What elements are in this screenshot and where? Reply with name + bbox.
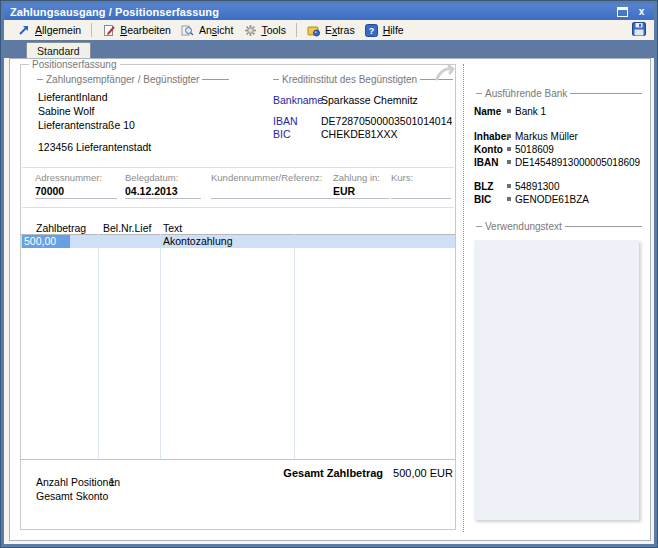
bank-konto-label: Konto — [474, 144, 507, 155]
menu-item-extras[interactable]: Extras — [302, 22, 360, 39]
column-header-text[interactable]: Text — [163, 222, 182, 234]
save-icon — [632, 22, 646, 38]
gesamt-zahlbetrag-label: Gesamt Zahlbetrag — [283, 467, 383, 479]
title-bar: Zahlungsausgang / Positionserfassung x — [4, 4, 654, 20]
tab-standard[interactable]: Standard — [26, 42, 91, 58]
bankname-row: Bankname Sparkasse Chemnitz — [273, 94, 418, 106]
bank-inhaber-row: Inhaber Markus Müller — [474, 130, 578, 142]
executing-bank-group-title: Ausführende Bank — [482, 88, 570, 99]
payee-line: LieferantInland — [38, 91, 151, 105]
bullet-icon — [507, 184, 511, 188]
menu-item-tools[interactable]: Tools — [238, 22, 291, 39]
menu-item-hilfe[interactable]: ? Hilfe — [360, 22, 409, 39]
payee-line: Sabine Wolf — [38, 105, 151, 119]
menu-item-allgemein[interactable]: Allgemein — [12, 22, 86, 39]
column-header-bel-nr-lief[interactable]: Bel.Nr.Lief — [103, 222, 151, 234]
bank-name-row: Name Bank 1 — [474, 105, 546, 117]
gesamt-skonto-label: Gesamt Skonto — [36, 490, 108, 502]
adressnummer-field[interactable]: Adressnummer: 70000 — [35, 172, 117, 199]
menu-item-label: Hilfe — [383, 24, 404, 36]
positions-table: Zahlbetrag Bel.Nr.Lief Text 500,00 Akont… — [21, 221, 455, 461]
bank-bic-label: BIC — [474, 194, 507, 205]
belegdatum-value: 04.12.2013 — [125, 185, 201, 197]
close-icon[interactable]: x — [635, 6, 648, 18]
tab-strip: Standard — [4, 40, 654, 58]
menu-item-label: Extras — [325, 24, 355, 36]
bank-konto-value: 5018609 — [515, 144, 554, 155]
menu-item-label: Tools — [261, 24, 286, 36]
bank-iban-label: IBAN — [474, 157, 507, 168]
content-panel: Positionserfassung Zahlungsempfänger / B… — [9, 58, 651, 541]
bullet-icon — [507, 197, 511, 201]
bic-value: CHEKDE81XXX — [321, 128, 397, 140]
bullet-icon — [507, 109, 511, 113]
menu-separator — [296, 23, 297, 37]
bank-inhaber-value: Markus Müller — [515, 131, 578, 142]
panel-splitter[interactable] — [463, 64, 464, 532]
table-row-selected[interactable]: 500,00 Akontozahlung — [21, 235, 455, 248]
text-cell[interactable]: Akontozahlung — [163, 235, 232, 248]
allgemein-arrow-icon — [17, 24, 31, 37]
zahlung-in-label: Zahlung in: — [333, 172, 379, 183]
menu-item-label: Bearbeiten — [120, 24, 171, 36]
bank-blz-value: 54891300 — [515, 181, 560, 192]
bullet-icon — [507, 134, 511, 138]
payee-bank-group-header: Kreditinstitut des Begünstigten — [273, 74, 453, 85]
bic-label: BIC — [273, 128, 321, 140]
panel-collapse-icon[interactable] — [434, 65, 456, 81]
column-header-zahlbetrag[interactable]: Zahlbetrag — [36, 222, 86, 234]
column-divider[interactable] — [98, 234, 99, 459]
kurs-field[interactable]: Kurs: — [391, 172, 451, 199]
column-divider[interactable] — [160, 234, 161, 459]
restore-window-icon[interactable] — [616, 6, 629, 18]
verwendungstext-group-header: Verwendungstext — [476, 221, 642, 232]
bank-name-label: Name — [474, 106, 507, 117]
adressnummer-value: 70000 — [35, 185, 117, 197]
bank-inhaber-label: Inhaber — [474, 131, 507, 142]
payee-group-header: Zahlungsempfänger / Begünstigter — [37, 74, 229, 85]
belegdatum-label: Belegdatum: — [125, 172, 201, 183]
separator-line — [22, 167, 454, 168]
adressnummer-label: Adressnummer: — [35, 172, 117, 183]
bankname-value: Sparkasse Chemnitz — [321, 94, 418, 106]
menu-item-label: Ansicht — [199, 24, 233, 36]
iban-value: DE72870500003501014014 — [321, 115, 452, 127]
bullet-icon — [507, 160, 511, 164]
belegdatum-field[interactable]: Belegdatum: 04.12.2013 — [125, 172, 201, 199]
menu-separator — [91, 23, 92, 37]
menu-item-bearbeiten[interactable]: Bearbeiten — [97, 22, 176, 39]
extras-icon — [307, 24, 321, 37]
bic-row: BIC CHEKDE81XXX — [273, 128, 397, 140]
anzahl-positionen-label: Anzahl Positionen — [36, 476, 120, 488]
bank-bic-value: GENODE61BZA — [515, 194, 589, 205]
bank-konto-row: Konto 5018609 — [474, 143, 554, 155]
save-button[interactable] — [632, 22, 646, 38]
payee-line: 123456 Lieferantenstadt — [38, 141, 151, 155]
verwendungstext-textarea[interactable] — [474, 240, 639, 520]
zahlbetrag-cell[interactable]: 500,00 — [22, 235, 70, 248]
zahlung-in-value: EUR — [333, 185, 379, 197]
menu-bar: Allgemein Bearbeiten Ansicht Tools — [4, 20, 654, 40]
bank-blz-row: BLZ 54891300 — [474, 180, 560, 192]
menu-item-label: Allgemein — [35, 24, 81, 36]
kurs-label: Kurs: — [391, 172, 451, 183]
separator-line — [22, 207, 454, 208]
window-title: Zahlungsausgang / Positionserfassung — [10, 6, 219, 18]
anzahl-positionen-value: 1 — [109, 476, 115, 488]
menu-item-ansicht[interactable]: Ansicht — [176, 22, 238, 39]
bank-bic-row: BIC GENODE61BZA — [474, 193, 589, 205]
svg-text:?: ? — [369, 26, 375, 36]
verwendungstext-group-title: Verwendungstext — [482, 221, 565, 232]
bank-iban-value: DE14548913000005018609 — [515, 157, 640, 168]
zahlung-in-field[interactable]: Zahlung in: EUR — [333, 172, 379, 199]
gesamt-zahlbetrag-value: 500,00 EUR — [393, 467, 453, 479]
bullet-icon — [507, 147, 511, 151]
positionserfassung-groupbox: Positionserfassung Zahlungsempfänger / B… — [20, 64, 456, 530]
column-divider[interactable] — [294, 234, 295, 459]
table-bottom-border — [21, 459, 455, 460]
bankname-label: Bankname — [273, 94, 321, 106]
iban-label: IBAN — [273, 115, 321, 127]
edit-page-icon — [102, 24, 116, 37]
bank-iban-row: IBAN DE14548913000005018609 — [474, 156, 640, 168]
iban-row: IBAN DE72870500003501014014 — [273, 115, 452, 127]
